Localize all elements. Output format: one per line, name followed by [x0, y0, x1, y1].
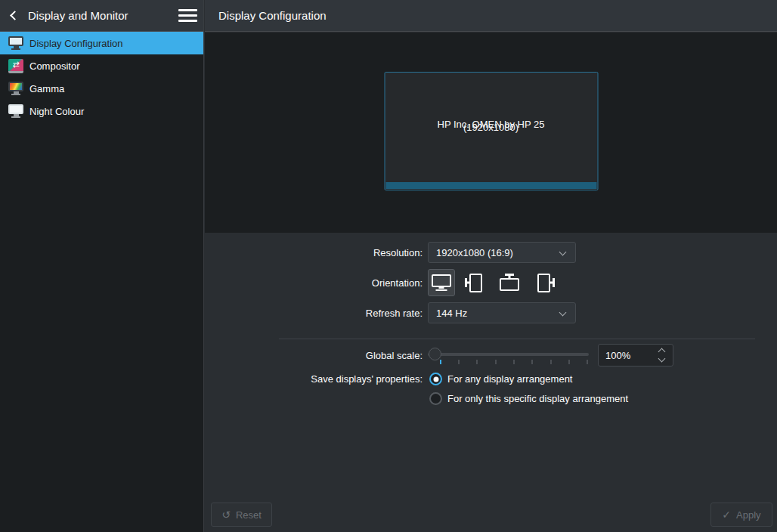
- page-header: Display Configuration: [205, 0, 777, 32]
- system-settings-window: Display and Monitor Display Configuratio…: [0, 0, 777, 532]
- display-arrangement-area: HP Inc. OMEN by HP 25 (1920x1080): [205, 32, 777, 233]
- form-separator: [279, 339, 755, 339]
- chevron-down-icon: [559, 309, 567, 317]
- resolution-label: Resolution:: [373, 247, 423, 258]
- orientation-landscape-button[interactable]: [428, 269, 455, 296]
- sidebar-list: Display Configuration ⇄ Compositor Gamma…: [0, 32, 203, 122]
- reset-button[interactable]: ↺ Reset: [211, 503, 272, 527]
- radio-any-arrangement[interactable]: [429, 373, 442, 385]
- spin-down-icon[interactable]: [658, 355, 667, 364]
- sidebar-title: Display and Monitor: [26, 9, 172, 22]
- monitor-taskbar-indicator: [385, 182, 596, 189]
- global-scale-slider-track[interactable]: [428, 353, 589, 356]
- radio-specific-arrangement[interactable]: [429, 392, 442, 405]
- sidebar-item-label: Night Colour: [29, 106, 84, 117]
- night-colour-icon: [8, 103, 24, 119]
- save-properties-label: Save displays' properties:: [311, 373, 423, 385]
- monitor-portrait-right-icon: [537, 274, 550, 292]
- resolution-dropdown[interactable]: 1920x1080 (16:9): [428, 242, 576, 263]
- sidebar-item-label: Gamma: [29, 83, 64, 94]
- radio-specific-arrangement-label: For only this specific display arrangeme…: [447, 393, 628, 404]
- global-scale-spinbox: [598, 344, 673, 367]
- gamma-icon: [8, 80, 24, 97]
- apply-button[interactable]: ✓ Apply: [710, 503, 772, 527]
- sidebar-header: Display and Monitor: [0, 0, 203, 32]
- chevron-down-icon: [559, 249, 567, 256]
- global-scale-input[interactable]: [599, 345, 653, 366]
- monitor-preview[interactable]: HP Inc. OMEN by HP 25 (1920x1080): [384, 72, 598, 190]
- refresh-rate-dropdown[interactable]: 144 Hz: [428, 302, 576, 323]
- sidebar-item-night-colour[interactable]: Night Colour: [0, 100, 203, 122]
- orientation-portrait-left-button[interactable]: [462, 269, 489, 296]
- spin-up-icon[interactable]: [658, 346, 667, 355]
- orientation-label: Orientation:: [372, 277, 423, 289]
- orientation-landscape-flipped-button[interactable]: [496, 269, 523, 296]
- refresh-rate-value: 144 Hz: [436, 308, 467, 319]
- reset-button-label: Reset: [236, 509, 262, 521]
- main-content: Display Configuration HP Inc. OMEN by HP…: [205, 0, 777, 532]
- sidebar: Display and Monitor Display Configuratio…: [0, 0, 204, 532]
- refresh-rate-label: Refresh rate:: [366, 308, 423, 319]
- sidebar-item-label: Display Configuration: [29, 38, 123, 49]
- hamburger-icon: [178, 9, 197, 11]
- display-configuration-icon: [8, 35, 24, 51]
- monitor-resolution: (1920x1080): [463, 121, 519, 135]
- resolution-value: 1920x1080 (16:9): [436, 247, 513, 258]
- monitor-portrait-left-icon: [469, 274, 482, 292]
- monitor-landscape-flipped-icon: [500, 278, 519, 291]
- sidebar-item-display-configuration[interactable]: Display Configuration: [0, 32, 203, 54]
- orientation-portrait-right-button[interactable]: [530, 269, 557, 296]
- back-button[interactable]: [0, 0, 26, 32]
- sidebar-item-compositor[interactable]: ⇄ Compositor: [0, 54, 203, 77]
- radio-any-arrangement-label: For any display arrangement: [447, 373, 572, 385]
- page-title: Display Configuration: [218, 9, 327, 22]
- undo-icon: ↺: [221, 509, 231, 520]
- sidebar-item-gamma[interactable]: Gamma: [0, 77, 203, 100]
- apply-button-label: Apply: [736, 509, 761, 521]
- compositor-icon: ⇄: [8, 57, 24, 74]
- back-chevron-icon: [10, 11, 20, 20]
- checkmark-icon: ✓: [722, 509, 731, 520]
- monitor-landscape-icon: [432, 274, 451, 287]
- global-scale-label: Global scale:: [366, 350, 423, 361]
- sidebar-item-label: Compositor: [29, 60, 79, 72]
- orientation-button-group: [428, 269, 557, 296]
- hamburger-menu-button[interactable]: [172, 0, 203, 32]
- global-scale-slider-handle[interactable]: [429, 348, 441, 360]
